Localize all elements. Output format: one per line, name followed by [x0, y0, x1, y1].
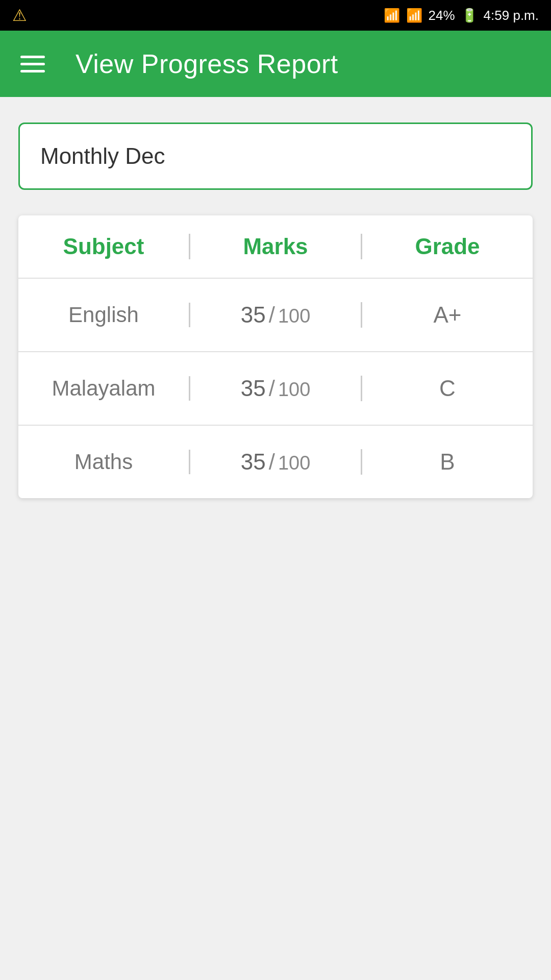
- subject-malayalam: Malayalam: [18, 376, 190, 401]
- hamburger-line-3: [20, 70, 45, 72]
- status-bar: ⚠ 📶 📶 24% 🔋 4:59 p.m.: [0, 0, 551, 31]
- table-row: Malayalam 35 / 100 C: [18, 352, 533, 426]
- subject-maths: Maths: [18, 450, 190, 474]
- app-header: View Progress Report: [0, 31, 551, 97]
- total-english: 100: [278, 305, 310, 327]
- status-bar-left: ⚠: [12, 6, 27, 25]
- time-text: 4:59 p.m.: [484, 8, 539, 23]
- total-maths: 100: [278, 452, 310, 474]
- table-row: Maths 35 / 100 B: [18, 426, 533, 498]
- battery-text: 24%: [429, 8, 455, 23]
- hamburger-menu-button[interactable]: [20, 56, 45, 72]
- table-header: Subject Marks Grade: [18, 215, 533, 279]
- marks-maths: 35 / 100: [190, 449, 362, 475]
- column-header-marks: Marks: [190, 234, 362, 259]
- progress-table: Subject Marks Grade English 35 / 100 A+ …: [18, 215, 533, 498]
- wifi-icon: 📶: [384, 8, 400, 23]
- warning-icon: ⚠: [12, 6, 27, 25]
- page-title: View Progress Report: [76, 48, 338, 79]
- report-selector[interactable]: Monthly Dec: [18, 122, 533, 190]
- slash-malayalam: /: [269, 376, 275, 401]
- slash-maths: /: [269, 449, 275, 475]
- grade-maths: B: [362, 449, 533, 475]
- column-header-grade: Grade: [362, 234, 533, 259]
- main-content: Monthly Dec Subject Marks Grade English …: [0, 97, 551, 980]
- grade-malayalam: C: [362, 376, 533, 401]
- grade-english: A+: [362, 302, 533, 328]
- column-header-subject: Subject: [18, 234, 190, 259]
- subject-english: English: [18, 303, 190, 327]
- hamburger-line-2: [20, 63, 45, 65]
- score-malayalam: 35: [241, 376, 266, 401]
- slash-english: /: [269, 302, 275, 328]
- battery-icon: 🔋: [461, 8, 478, 23]
- selector-value: Monthly Dec: [40, 143, 165, 169]
- marks-english: 35 / 100: [190, 302, 362, 328]
- hamburger-line-1: [20, 56, 45, 58]
- score-maths: 35: [241, 449, 266, 475]
- signal-icon: 📶: [406, 8, 422, 23]
- status-bar-right: 📶 📶 24% 🔋 4:59 p.m.: [384, 8, 539, 23]
- total-malayalam: 100: [278, 379, 310, 401]
- score-english: 35: [241, 302, 266, 328]
- marks-malayalam: 35 / 100: [190, 376, 362, 401]
- table-row: English 35 / 100 A+: [18, 279, 533, 352]
